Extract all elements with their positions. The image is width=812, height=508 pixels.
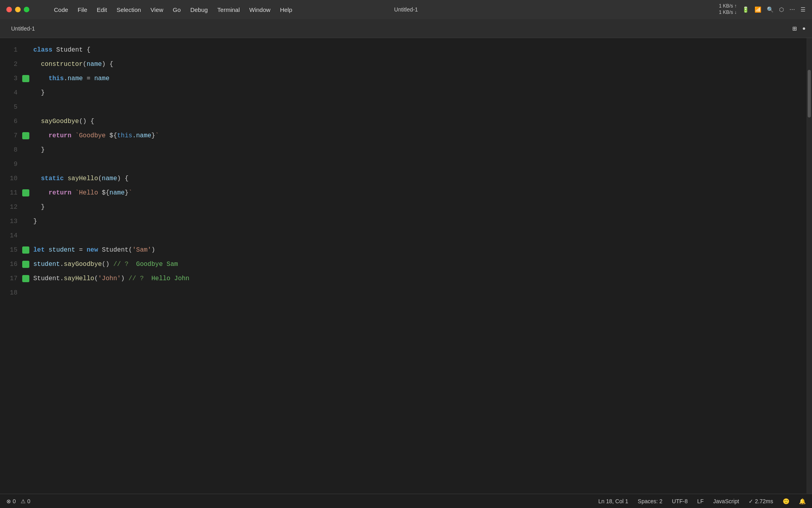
breakpoint-empty-5 (21, 104, 28, 111)
template-11b: ` (128, 186, 132, 200)
breakpoint-15[interactable] (22, 246, 29, 254)
menu-help[interactable]: Help (276, 5, 296, 15)
space-7 (71, 129, 75, 143)
gutter-row-15: 15 (0, 243, 27, 257)
quokka-time[interactable]: ✓ 2.72ms (749, 498, 773, 504)
menu-window[interactable]: Window (245, 5, 274, 15)
space-16 (109, 257, 113, 271)
punc-12: } (41, 200, 45, 214)
bell-icon[interactable]: 🔔 (799, 498, 806, 504)
tab-untitled[interactable]: Untitled-1 (6, 24, 40, 33)
menu-selection[interactable]: Selection (113, 5, 145, 15)
siri-icon[interactable]: ⬡ (779, 6, 784, 13)
punc-15b: ) (151, 243, 155, 257)
warning-icon: ⚠ (21, 498, 26, 504)
line-number-4: 4 (0, 86, 21, 100)
code-line-17: Student . sayHello ( 'John' ) // ? Hello… (33, 271, 806, 286)
method-call-saygoodbye: sayGoodbye (64, 257, 102, 271)
warning-number: 0 (27, 498, 31, 504)
template-11a: `Hello (75, 186, 102, 200)
indent-6 (33, 114, 41, 129)
template-close-11: } (124, 186, 128, 200)
punc-4: } (41, 86, 45, 100)
eol[interactable]: LF (697, 498, 703, 504)
indent-11 (33, 186, 48, 200)
indent-10 (33, 171, 41, 186)
menu-debug[interactable]: Debug (186, 5, 212, 15)
ln-col[interactable]: Ln 18, Col 1 (598, 498, 628, 504)
error-count[interactable]: ⊗ 0 ⚠ 0 (6, 498, 31, 504)
param-name-10: name (102, 171, 117, 186)
error-number: 0 (13, 498, 16, 504)
gutter-row-2: 2 (0, 57, 27, 71)
punc-17a: . (60, 271, 64, 286)
breakpoint-17[interactable] (22, 275, 29, 282)
var-student-15: student (48, 243, 75, 257)
space-15b (98, 243, 102, 257)
breakpoint-empty-4 (21, 89, 28, 96)
menu-go[interactable]: Go (169, 5, 185, 15)
gutter-row-11: 11 (0, 186, 27, 200)
scrollbar-thumb[interactable] (808, 70, 811, 117)
code-line-2: constructor ( name ) { (33, 57, 806, 71)
code-line-3: this . name = name (33, 71, 806, 86)
menu-code[interactable]: Code (50, 5, 72, 15)
list-icon[interactable]: ☰ (801, 6, 806, 13)
line-number-18: 18 (0, 286, 21, 300)
menu-edit[interactable]: Edit (93, 5, 111, 15)
vertical-scrollbar[interactable] (806, 38, 812, 494)
kw-let-15: let (33, 243, 45, 257)
gutter-row-7: 7 (0, 129, 27, 143)
line-number-14: 14 (0, 229, 21, 243)
gutter-row-8: 8 (0, 143, 27, 157)
indent-7 (33, 129, 48, 143)
line-number-9: 9 (0, 157, 21, 171)
breakpoint-empty-8 (21, 146, 28, 154)
punc-17b: ( (94, 271, 98, 286)
breakpoint-empty-10 (21, 175, 28, 182)
breakpoint-11[interactable] (22, 189, 29, 196)
space-17 (124, 271, 128, 286)
space-16b (132, 257, 136, 271)
maximize-button[interactable] (24, 7, 29, 12)
breakpoint-3[interactable] (22, 75, 29, 82)
breakpoint-16[interactable] (22, 261, 29, 268)
apple-menu[interactable] (40, 8, 48, 11)
line-number-16: 16 (0, 257, 21, 271)
menu-file[interactable]: File (74, 5, 91, 15)
tabbar: Untitled-1 ⊞ ● (0, 19, 812, 38)
code-line-15: let student = new Student ( 'Sam' ) (33, 243, 806, 257)
spaces[interactable]: Spaces: 2 (638, 498, 663, 504)
string-sam: 'Sam' (132, 243, 151, 257)
split-editor-icon[interactable]: ⊞ (793, 24, 797, 33)
code-line-6: sayGoodbye () { (33, 114, 806, 129)
close-button[interactable] (6, 7, 12, 12)
line-number-12: 12 (0, 200, 21, 214)
gutter-row-3: 3 (0, 71, 27, 86)
extensions-icon[interactable]: ⋯ (789, 6, 795, 13)
punc-2a: ( (83, 57, 87, 71)
line-number-5: 5 (0, 100, 21, 114)
code-line-7: return `Goodbye ${ this . name } ` (33, 129, 806, 143)
gutter-row-17: 17 (0, 271, 27, 286)
minimize-button[interactable] (15, 7, 21, 12)
quokka-result-16: Goodbye Sam (136, 257, 178, 271)
window-title: Untitled-1 (394, 6, 418, 13)
indent-4 (33, 86, 41, 100)
wifi-icon: 📶 (755, 6, 761, 13)
search-icon[interactable]: 🔍 (767, 6, 774, 13)
breakpoint-empty-1 (21, 46, 28, 54)
breakpoint-empty-6 (21, 118, 28, 125)
code-line-14 (33, 229, 806, 243)
template-7b: ` (155, 129, 159, 143)
punc-13: } (33, 214, 37, 229)
code-editor[interactable]: class Student { constructor ( name ) { t… (27, 38, 806, 494)
language[interactable]: JavaScript (713, 498, 739, 504)
breakpoint-7[interactable] (22, 132, 29, 139)
string-john: 'John' (98, 271, 121, 286)
indent-12 (33, 200, 41, 214)
menu-view[interactable]: View (147, 5, 167, 15)
menu-terminal[interactable]: Terminal (213, 5, 244, 15)
punc-16b: () (102, 257, 109, 271)
encoding[interactable]: UTF-8 (672, 498, 688, 504)
